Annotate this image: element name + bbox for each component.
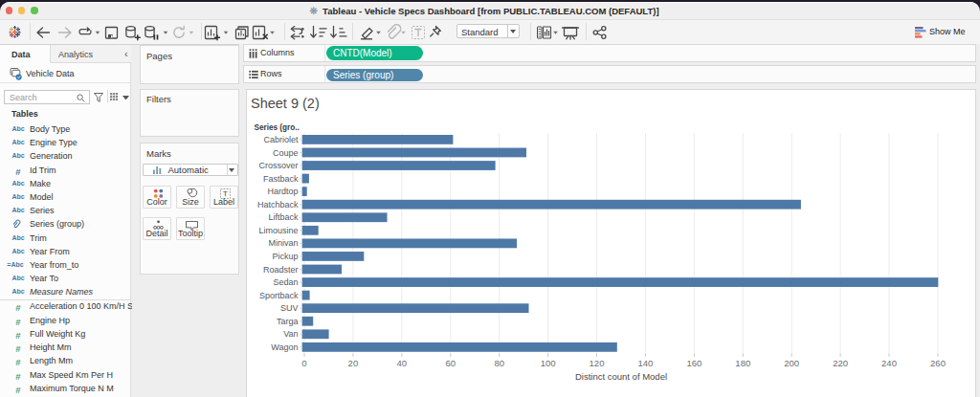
svg-text:160: 160 xyxy=(686,357,702,367)
svg-text:Fastback: Fastback xyxy=(263,173,299,183)
svg-text:Hatchback: Hatchback xyxy=(257,199,299,209)
svg-text:Sedan: Sedan xyxy=(273,277,298,287)
svg-text:Van: Van xyxy=(283,329,298,339)
svg-text:Distinct count of Model: Distinct count of Model xyxy=(575,371,667,382)
svg-text:Hardtop: Hardtop xyxy=(267,187,298,196)
svg-text:Cabriolet: Cabriolet xyxy=(263,135,299,144)
svg-text:Wagon: Wagon xyxy=(271,342,298,351)
svg-text:200: 200 xyxy=(784,357,799,367)
svg-text:Minivan: Minivan xyxy=(268,238,298,248)
svg-text:100: 100 xyxy=(541,357,556,367)
svg-text:Liftback: Liftback xyxy=(268,212,299,222)
svg-text:SUV: SUV xyxy=(280,303,299,313)
svg-text:120: 120 xyxy=(590,357,605,367)
svg-text:80: 80 xyxy=(494,357,504,367)
svg-text:Coupe: Coupe xyxy=(273,147,299,157)
svg-text:180: 180 xyxy=(735,357,750,367)
svg-text:Series (gro..: Series (gro.. xyxy=(255,123,300,132)
svg-text:240: 240 xyxy=(881,357,897,367)
svg-text:Targa: Targa xyxy=(277,316,299,325)
svg-text:260: 260 xyxy=(930,357,946,367)
svg-text:Pickup: Pickup xyxy=(272,252,298,261)
svg-text:Sportback: Sportback xyxy=(259,290,299,299)
svg-text:0: 0 xyxy=(301,357,306,367)
svg-text:220: 220 xyxy=(833,357,848,367)
svg-text:Roadster: Roadster xyxy=(263,264,299,274)
svg-text:20: 20 xyxy=(348,357,359,367)
svg-text:Crossover: Crossover xyxy=(258,161,298,170)
svg-text:60: 60 xyxy=(446,357,457,367)
svg-text:140: 140 xyxy=(637,357,653,367)
svg-text:40: 40 xyxy=(397,357,408,367)
svg-text:Limousine: Limousine xyxy=(258,225,298,234)
